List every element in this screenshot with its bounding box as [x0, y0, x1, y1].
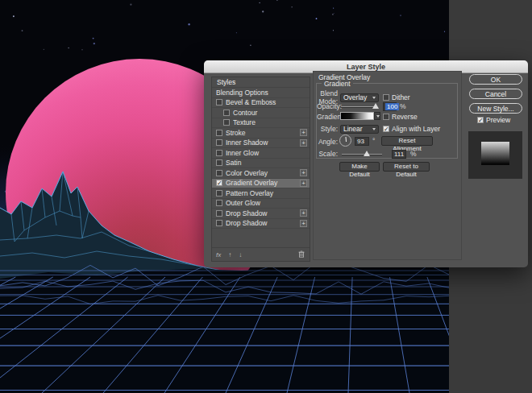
trash-icon[interactable]	[298, 250, 305, 259]
effect-checkbox[interactable]	[216, 170, 222, 176]
scale-row: Scale: 111 %	[317, 149, 457, 159]
scale-slider[interactable]	[342, 154, 382, 155]
style-item-stroke[interactable]: Stroke+	[212, 128, 310, 139]
styles-list: Blending OptionsBevel & EmbossContourTex…	[212, 88, 310, 247]
opacity-value: 100	[385, 103, 399, 110]
style-item-inner-glow[interactable]: Inner Glow	[212, 148, 310, 159]
effect-checkbox[interactable]	[216, 99, 222, 105]
style-item-drop-shadow[interactable]: Drop Shadow+	[212, 219, 310, 230]
style-item-bevel-emboss[interactable]: Bevel & Emboss	[212, 98, 310, 109]
opacity-row: Opacity: 100 %	[317, 101, 457, 111]
gradient-overlay-panel: Gradient Overlay Gradient Blend Mode: Ov…	[313, 71, 462, 260]
opacity-unit: %	[400, 102, 406, 110]
scale-value: 111	[394, 151, 404, 158]
reset-alignment-button[interactable]: Reset Alignment	[381, 136, 433, 146]
style-value: Linear	[343, 125, 363, 133]
preview-checkbox-row[interactable]: ✓ Preview	[477, 116, 510, 124]
scale-slider-thumb[interactable]	[364, 151, 370, 156]
add-effect-icon[interactable]: +	[300, 129, 307, 136]
effect-checkbox[interactable]	[223, 110, 230, 116]
ok-button[interactable]: OK	[469, 74, 522, 85]
style-item-outer-glow[interactable]: Outer Glow	[212, 199, 310, 209]
style-preview-box	[468, 131, 522, 179]
add-effect-icon[interactable]: +	[300, 209, 307, 217]
angle-field[interactable]: 93	[355, 137, 369, 146]
opacity-slider[interactable]	[341, 106, 376, 108]
effect-checkbox[interactable]: ✓	[216, 180, 222, 186]
effect-checkbox[interactable]	[216, 150, 222, 156]
add-effect-icon[interactable]: +	[300, 180, 307, 187]
style-item-inner-shadow[interactable]: Inner Shadow+	[212, 139, 310, 149]
fx-icon[interactable]: fx	[216, 251, 221, 259]
effect-checkbox[interactable]	[216, 190, 222, 196]
angle-dial-center	[346, 141, 347, 143]
angle-dial[interactable]	[339, 134, 351, 147]
style-item-satin[interactable]: Satin	[212, 159, 310, 169]
preview-checkbox[interactable]: ✓	[477, 117, 484, 123]
add-effect-icon[interactable]: +	[300, 169, 307, 176]
new-style-button[interactable]: New Style...	[469, 103, 522, 114]
effect-checkbox[interactable]	[216, 130, 222, 136]
style-item-contour[interactable]: Contour	[212, 108, 310, 118]
chevron-down-icon	[376, 115, 380, 118]
style-item-pattern-overlay[interactable]: Pattern Overlay	[212, 188, 310, 199]
style-item-gradient-overlay[interactable]: ✓Gradient Overlay+	[212, 179, 310, 189]
style-item-texture[interactable]: Texture	[212, 118, 310, 129]
gradient-row: Gradient: Reverse	[317, 111, 457, 122]
scale-field[interactable]: 111	[392, 150, 406, 159]
style-label: Style:	[317, 125, 338, 133]
dither-checkbox[interactable]	[383, 94, 389, 101]
dither-checkbox-row[interactable]: Dither	[383, 93, 410, 101]
style-dropdown[interactable]: Linear	[340, 125, 379, 134]
reverse-label: Reverse	[392, 113, 418, 121]
blend-mode-value: Overlay	[343, 93, 367, 101]
angle-unit: °	[372, 137, 375, 145]
effect-checkbox[interactable]	[216, 200, 222, 206]
angle-label: Angle:	[317, 138, 338, 146]
scale-label: Scale:	[317, 150, 338, 158]
photoshop-window: Layer Style Styles Blending OptionsBevel…	[0, 0, 532, 393]
chevron-down-icon	[372, 128, 376, 130]
opacity-field[interactable]: 100	[383, 102, 397, 111]
reset-to-default-button[interactable]: Reset to Default	[383, 162, 430, 172]
make-default-button[interactable]: Make Default	[339, 162, 380, 172]
effect-checkbox[interactable]	[216, 220, 222, 226]
style-item-color-overlay[interactable]: Color Overlay+	[212, 168, 310, 179]
style-preview-gradient	[481, 142, 509, 165]
style-item-label: Inner Shadow	[226, 139, 300, 147]
style-item-label: Drop Shadow	[226, 219, 300, 227]
move-up-icon[interactable]: ↑	[228, 251, 231, 259]
blend-mode-dropdown[interactable]: Overlay	[340, 93, 379, 102]
style-item-label: Blending Options	[216, 89, 310, 97]
align-checkbox-row[interactable]: ✓ Align with Layer	[383, 125, 440, 133]
style-item-label: Contour	[233, 109, 310, 117]
style-item-label: Outer Glow	[226, 199, 310, 207]
reverse-checkbox[interactable]	[383, 114, 389, 120]
reverse-checkbox-row[interactable]: Reverse	[383, 113, 418, 121]
style-item-label: Bevel & Emboss	[226, 98, 310, 106]
styles-panel-header: Styles	[212, 77, 310, 88]
add-effect-icon[interactable]: +	[300, 220, 307, 227]
angle-value: 93	[357, 138, 364, 145]
gradient-dropdown[interactable]	[374, 112, 380, 120]
groupbox-legend: Gradient	[322, 80, 353, 88]
add-effect-icon[interactable]: +	[300, 139, 307, 147]
style-item-label: Stroke	[226, 129, 300, 137]
effect-checkbox[interactable]	[216, 210, 222, 217]
dialog-title: Layer Style	[347, 63, 385, 71]
effect-checkbox[interactable]	[223, 119, 230, 126]
layer-style-dialog: Layer Style Styles Blending OptionsBevel…	[204, 60, 528, 267]
style-item-label: Drop Shadow	[226, 209, 300, 217]
style-item-blending-options[interactable]: Blending Options	[212, 88, 310, 98]
align-with-layer-checkbox[interactable]: ✓	[383, 126, 389, 132]
opacity-slider-thumb[interactable]	[372, 103, 379, 109]
dither-label: Dither	[392, 93, 410, 101]
style-item-label: Pattern Overlay	[226, 189, 310, 197]
style-item-drop-shadow[interactable]: Drop Shadow+	[212, 209, 310, 219]
gradient-swatch[interactable]	[340, 112, 374, 120]
style-item-label: Color Overlay	[226, 169, 300, 177]
move-down-icon[interactable]: ↓	[239, 251, 242, 259]
effect-checkbox[interactable]	[216, 139, 222, 146]
effect-checkbox[interactable]	[216, 159, 222, 166]
cancel-button[interactable]: Cancel	[469, 89, 522, 99]
